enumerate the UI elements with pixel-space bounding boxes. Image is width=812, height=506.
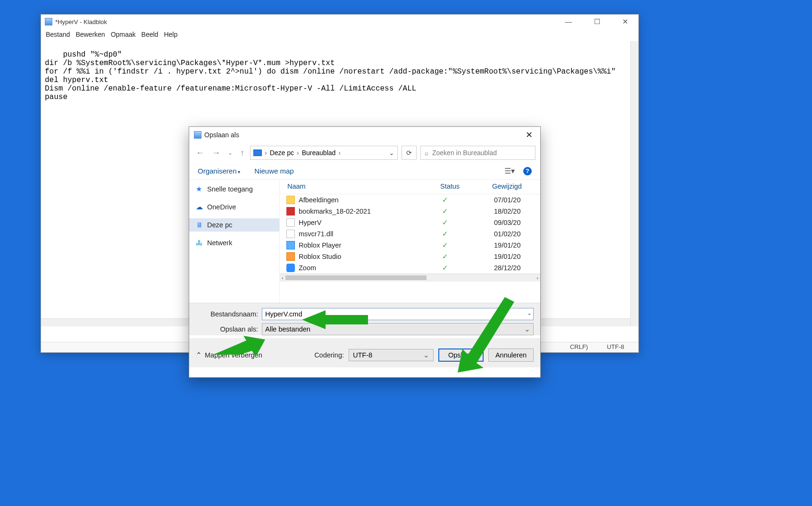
dialog-close-button[interactable]: ✕ — [523, 130, 536, 140]
file-name: HyperV — [299, 219, 442, 226]
new-folder-button[interactable]: Nieuwe map — [254, 167, 293, 175]
header-name[interactable]: Naam — [285, 182, 440, 190]
encoding-label: Codering: — [314, 351, 344, 359]
file-type-icon — [286, 230, 295, 238]
filetype-select[interactable]: Alle bestanden — [262, 323, 534, 335]
sync-status-icon: ✓ — [442, 252, 494, 261]
filename-input[interactable] — [262, 308, 534, 320]
nav-tree: ★ Snelle toegang ☁ OneDrive 🖥 Deze pc 🖧 … — [189, 180, 280, 303]
dialog-toolbar: Organiseren Nieuwe map ☰▾ ? — [189, 163, 540, 180]
search-input[interactable]: ⌕ Zoeken in Bureaublad — [420, 146, 536, 160]
file-row[interactable]: Roblox Studio✓19/01/20 — [280, 251, 540, 262]
scrollbar-vertical[interactable] — [630, 41, 638, 326]
file-row[interactable]: Afbeeldingen✓07/01/20 — [280, 194, 540, 206]
save-as-dialog: Opslaan als ✕ ← → ⌄ ↑ › Deze pc › Bureau… — [189, 126, 541, 378]
nav-history-icon[interactable]: ⌄ — [226, 149, 234, 157]
status-encoding: UTF-8 — [607, 343, 624, 351]
chevron-right-icon: › — [297, 149, 299, 157]
file-date: 07/01/20 — [494, 196, 536, 204]
tree-quick-access[interactable]: ★ Snelle toegang — [189, 182, 279, 196]
sync-status-icon: ✓ — [442, 207, 494, 216]
notepad-titlebar[interactable]: *HyperV - Kladblok — ☐ ✕ — [41, 15, 638, 29]
file-date: 19/01/20 — [494, 253, 536, 260]
list-header[interactable]: Naam Status Gewijzigd — [280, 180, 540, 194]
header-date[interactable]: Gewijzigd — [492, 182, 536, 190]
file-name: Roblox Player — [299, 241, 442, 249]
file-date: 28/12/20 — [494, 264, 536, 272]
file-name: bookmarks_18-02-2021 — [299, 207, 442, 215]
search-placeholder: Zoeken in Bureaublad — [432, 149, 497, 157]
pc-icon: 🖥 — [196, 221, 203, 229]
notepad-icon — [45, 18, 52, 25]
encoding-select[interactable]: UTF-8 — [349, 349, 434, 361]
refresh-button[interactable]: ⟳ — [402, 146, 417, 160]
sync-status-icon: ✓ — [442, 218, 494, 227]
sync-status-icon: ✓ — [442, 196, 494, 204]
save-button[interactable]: Opslaan — [438, 348, 484, 362]
sync-status-icon: ✓ — [442, 264, 494, 272]
status-lineending: CRLF) — [570, 343, 588, 351]
chevron-right-icon: › — [265, 149, 267, 157]
cancel-button[interactable]: Annuleren — [488, 348, 534, 362]
help-icon[interactable]: ? — [523, 167, 532, 175]
list-hscrollbar[interactable]: ‹› — [280, 274, 540, 282]
tree-this-pc[interactable]: 🖥 Deze pc — [189, 218, 279, 232]
network-icon: 🖧 — [196, 239, 203, 247]
dialog-titlebar[interactable]: Opslaan als ✕ — [189, 127, 540, 143]
file-name: msvcr71.dll — [299, 230, 442, 238]
chevron-up-icon: ⌃ — [196, 351, 202, 359]
file-type-icon — [286, 196, 295, 204]
nav-forward-icon[interactable]: → — [210, 147, 222, 159]
file-type-icon — [286, 241, 295, 249]
dialog-icon — [194, 131, 201, 139]
sync-status-icon: ✓ — [442, 230, 494, 238]
address-bar[interactable]: › Deze pc › Bureaublad › ⌄ — [250, 146, 398, 160]
file-row[interactable]: bookmarks_18-02-2021✓18/02/20 — [280, 206, 540, 217]
header-status[interactable]: Status — [440, 182, 492, 190]
menu-format[interactable]: Opmaak — [111, 31, 136, 38]
dialog-navbar: ← → ⌄ ↑ › Deze pc › Bureaublad › ⌄ ⟳ ⌕ Z… — [189, 143, 540, 163]
pc-icon — [253, 149, 262, 156]
nav-back-icon[interactable]: ← — [194, 147, 206, 159]
menu-view[interactable]: Beeld — [142, 31, 159, 38]
hide-folders-toggle[interactable]: ⌃ Mappen verbergen — [196, 351, 262, 359]
file-type-icon — [286, 218, 295, 227]
file-row[interactable]: msvcr71.dll✓01/02/20 — [280, 228, 540, 240]
view-options-icon[interactable]: ☰▾ — [504, 166, 515, 175]
minimize-button[interactable]: — — [559, 17, 578, 26]
menu-edit[interactable]: Bewerken — [75, 31, 105, 38]
sync-status-icon: ✓ — [442, 241, 494, 249]
file-type-icon — [286, 207, 295, 216]
tree-network[interactable]: 🖧 Netwerk — [189, 236, 279, 249]
file-row[interactable]: Roblox Player✓19/01/20 — [280, 240, 540, 251]
notepad-title: *HyperV - Kladblok — [55, 18, 107, 25]
cloud-icon: ☁ — [196, 203, 203, 211]
file-type-icon — [286, 264, 295, 272]
organise-menu[interactable]: Organiseren — [198, 167, 240, 175]
chevron-right-icon: › — [338, 149, 341, 157]
filename-dropdown-icon[interactable]: ⌄ — [527, 310, 532, 316]
crumb-thispc[interactable]: Deze pc — [270, 149, 294, 157]
file-type-icon — [286, 252, 295, 261]
file-name: Roblox Studio — [299, 253, 442, 260]
file-date: 19/01/20 — [494, 241, 536, 249]
file-row[interactable]: Zoom✓28/12/20 — [280, 262, 540, 274]
crumb-folder[interactable]: Bureaublad — [302, 149, 336, 157]
nav-up-icon[interactable]: ↑ — [238, 147, 246, 159]
maximize-button[interactable]: ☐ — [587, 17, 606, 26]
file-name: Afbeeldingen — [299, 196, 442, 204]
filetype-label: Opslaan als: — [196, 325, 262, 333]
notepad-menu: Bestand Bewerken Opmaak Beeld Help — [41, 29, 638, 41]
menu-help[interactable]: Help — [164, 31, 177, 38]
search-icon: ⌕ — [425, 149, 428, 157]
file-list: Naam Status Gewijzigd Afbeeldingen✓07/01… — [280, 180, 540, 303]
notepad-content: pushd "%~dp0" dir /b %SystemRoot%\servic… — [45, 50, 616, 101]
close-button[interactable]: ✕ — [616, 17, 635, 26]
file-date: 18/02/20 — [494, 207, 536, 215]
file-row[interactable]: HyperV✓09/03/20 — [280, 217, 540, 228]
dialog-title: Opslaan als — [204, 131, 239, 139]
tree-onedrive[interactable]: ☁ OneDrive — [189, 200, 279, 214]
filename-label: Bestandsnaam: — [196, 310, 262, 318]
address-dropdown-icon[interactable]: ⌄ — [389, 149, 394, 157]
menu-file[interactable]: Bestand — [46, 31, 70, 38]
